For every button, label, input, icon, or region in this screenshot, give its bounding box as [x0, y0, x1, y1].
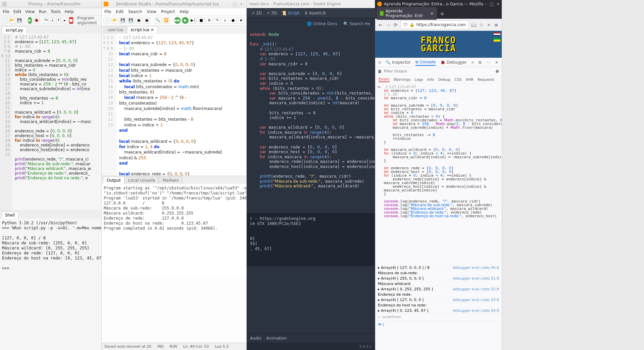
filter-input[interactable]	[384, 69, 493, 73]
thonny-shell[interactable]: Python 3.10.2 (/usr/bin/python) >>> %Run…	[0, 219, 101, 349]
zb-stepover-icon[interactable]: ↷	[214, 17, 220, 24]
stop-icon[interactable]: ■	[69, 17, 73, 24]
tab-script-py[interactable]: script.py	[2, 26, 27, 34]
zb-stepin-icon[interactable]: ↓	[222, 17, 229, 24]
cat-css[interactable]: CSS	[454, 77, 462, 82]
zb-stop-icon[interactable]: ■	[198, 17, 205, 24]
new-file-icon[interactable]: 📄	[2, 17, 7, 24]
thonny-code[interactable]: # 127.123.45.67 endereco = [127, 123, 45…	[12, 34, 101, 211]
view-2d[interactable]: ↗ 2D	[251, 11, 262, 15]
zb-menu-edit[interactable]: Edit	[116, 9, 123, 14]
devtabs-more-icon[interactable]: »	[472, 60, 474, 65]
online-docs-link[interactable]: 🌐 Online Docs	[307, 21, 337, 26]
menu-tools[interactable]: Tools	[51, 9, 61, 14]
menu-edit[interactable]: Edit	[13, 9, 21, 14]
app-menu-icon[interactable]: ≡	[494, 21, 499, 28]
console-result-row[interactable]: ▸ Array(4) [ 0, 255, 255, 255 ]debugger …	[375, 286, 502, 292]
zb-open-icon[interactable]: 📂	[112, 17, 118, 24]
menu-run[interactable]: Run	[39, 9, 47, 14]
reload-icon[interactable]: ⟳	[393, 21, 398, 28]
zb-menu-view[interactable]: View	[147, 9, 156, 14]
trash-icon[interactable]: 🗑	[378, 69, 382, 74]
minimize-icon[interactable]: –	[226, 2, 231, 6]
flag-br-icon[interactable]	[494, 38, 500, 42]
ff-maximize-icon[interactable]: □	[490, 2, 494, 6]
ff-minimize-icon[interactable]: –	[485, 2, 487, 6]
cat-warnings[interactable]: Warnings	[394, 77, 411, 82]
console-prompt[interactable]: ≫ |	[375, 320, 502, 328]
zb-output[interactable]: Program starting as '"/opt/zbstudio/bin/…	[102, 184, 246, 274]
zb-menu-help[interactable]: Help	[180, 9, 189, 14]
console-result-row[interactable]: ▸ Array(4) [ 127, 0, 0, 0 ]debugger eval…	[375, 297, 502, 302]
zb-new-icon[interactable]: 📄	[104, 17, 110, 24]
cat-requests[interactable]: Requests	[478, 77, 494, 82]
devtab-debugger[interactable]: 🐞 Debugger	[440, 59, 466, 65]
view-assetlib[interactable]: ⬇ AssetLib	[304, 11, 326, 15]
devtools-close-icon[interactable]: ×	[495, 60, 498, 65]
menu-help[interactable]: Help	[64, 9, 73, 14]
resume-icon[interactable]: ▸	[63, 17, 67, 24]
ff-console[interactable]: ≫ // 127.123.45.67 let endereco = [127, …	[375, 84, 502, 265]
step-over-icon[interactable]: ↷	[44, 17, 49, 24]
save-file-icon[interactable]: 💾	[17, 17, 22, 24]
zb-debug-icon[interactable]: ▶	[182, 17, 189, 24]
close-icon[interactable]: ×	[240, 2, 244, 6]
zb-code[interactable]: -- 127.123.45.67 local endereco = {127, …	[116, 34, 246, 176]
back-icon[interactable]: ←	[378, 21, 383, 28]
cat-errors[interactable]: Errors	[379, 77, 390, 82]
tab-output[interactable]: Output	[103, 177, 125, 184]
tab-close-icon[interactable]: ×	[430, 11, 434, 16]
forward-icon[interactable]: →	[385, 21, 391, 28]
lock-icon[interactable]: 🔒	[409, 22, 414, 27]
maximize-icon[interactable]: □	[233, 2, 238, 6]
console-result-row[interactable]: ▸ Array(4) [ 255, 0, 0, 0 ]debugger eval…	[375, 276, 502, 281]
browser-tab[interactable]: Aprenda Programação: Entr ×	[377, 7, 437, 20]
open-file-icon[interactable]: 📂	[9, 17, 15, 24]
devtools-more-icon[interactable]: ⋯	[486, 60, 490, 65]
filter-settings-icon[interactable]: ⚙	[495, 69, 499, 74]
tab-close-icon[interactable]: ×	[151, 27, 154, 32]
zb-bookmark-icon[interactable]: ★	[238, 17, 244, 24]
zb-save-icon[interactable]: 💾	[119, 17, 126, 24]
zb-rundbg-icon[interactable]: ▶│	[190, 17, 197, 24]
zb-menu-search[interactable]: Search	[128, 9, 142, 14]
step-into-icon[interactable]: ↓	[50, 17, 55, 24]
view-script[interactable]: 📜 Script	[282, 11, 300, 15]
devtools-pick-icon[interactable]: ⎋	[379, 60, 381, 65]
tab-user-lua[interactable]: user.lua	[104, 26, 127, 33]
new-tab-button[interactable]: +	[440, 10, 445, 17]
run-icon[interactable]: ▶	[28, 17, 32, 24]
cat-xhr[interactable]: XHR	[466, 77, 474, 82]
zb-replace-icon[interactable]: 🔁	[163, 17, 169, 24]
zb-funcnav-icon[interactable]: ▣	[144, 17, 150, 24]
debug-icon[interactable]: 🐞	[34, 17, 39, 24]
zb-breakpt-icon[interactable]: ●	[230, 17, 237, 24]
devtab-console[interactable]: ⧉ Console	[415, 59, 436, 66]
console-result-row[interactable]: ▸ Array(4) [ 127, 0, 0, 0 ] / 8debugger …	[375, 265, 502, 270]
tab-local-console[interactable]: Local console	[125, 177, 159, 184]
godot-output[interactable]: r - https://godotengine.org ce GTX 1080/…	[247, 213, 375, 266]
bookmark-icon[interactable]: ☆	[479, 21, 484, 28]
console-result-row[interactable]: ▸ Array(4) [ 0, 123, 45, 67 ]debugger ev…	[375, 308, 502, 313]
zb-menu-project[interactable]: Project	[161, 9, 175, 14]
cat-debug[interactable]: Debug	[438, 77, 450, 82]
bottom-animation[interactable]: Animation	[266, 336, 287, 341]
tab-shell[interactable]: Shell	[1, 212, 18, 219]
console-result-row[interactable]: Endereço do host na rede:	[375, 302, 502, 308]
bottom-audio[interactable]: Audio	[250, 336, 261, 341]
tab-script-lua[interactable]: script.lua ×	[127, 26, 157, 33]
devtab-inspector[interactable]: 🔍 Inspector	[386, 59, 411, 65]
flag-us-icon[interactable]	[494, 32, 500, 36]
view-3d[interactable]: ↗ 3D	[266, 11, 277, 15]
zb-find-icon[interactable]: 🔍	[155, 17, 161, 24]
menu-view[interactable]: View	[25, 9, 35, 14]
cat-logs[interactable]: Logs	[415, 77, 423, 82]
ff-close-icon[interactable]: ×	[496, 2, 500, 6]
menu-file[interactable]: File	[3, 9, 9, 14]
url-field[interactable]: 🛡 🔒 https://francogarcia.com	[400, 20, 469, 29]
step-out-icon[interactable]: ↑	[57, 17, 61, 24]
zb-projdir-icon[interactable]: ▣	[136, 17, 142, 24]
zb-menu-file[interactable]: File	[104, 9, 111, 14]
tab-markers[interactable]: Markers	[159, 177, 182, 184]
console-result-row[interactable]: Endereço de rede:	[375, 292, 502, 297]
